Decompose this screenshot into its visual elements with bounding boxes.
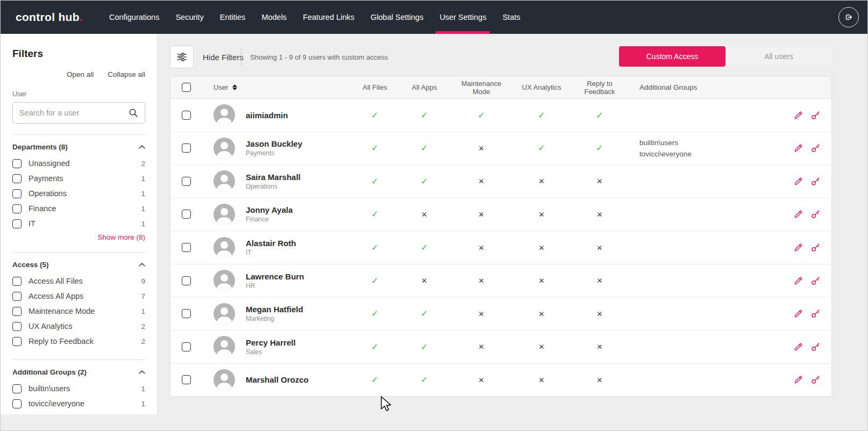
filter-checkbox[interactable] xyxy=(12,292,22,301)
cell-all-files: ✓ xyxy=(351,110,399,120)
user-name: Saira Marshall xyxy=(246,173,301,182)
edit-user-button[interactable] xyxy=(793,176,803,186)
edit-user-button[interactable] xyxy=(793,308,803,319)
filter-item[interactable]: Access All Apps 7 xyxy=(12,289,145,304)
edit-user-button[interactable] xyxy=(793,242,803,253)
filter-item-count: 2 xyxy=(141,322,145,331)
filter-checkbox[interactable] xyxy=(12,219,22,228)
show-more-link[interactable]: Show more (8) xyxy=(12,233,145,241)
permissions-button[interactable] xyxy=(810,110,821,120)
check-icon: ✓ xyxy=(421,308,428,319)
cross-icon: ✕ xyxy=(478,276,484,285)
filter-item[interactable]: Operations 1 xyxy=(12,186,145,201)
row-checkbox[interactable] xyxy=(182,243,191,252)
filter-item[interactable]: IT 1 xyxy=(12,216,145,231)
filter-checkbox[interactable] xyxy=(12,307,22,316)
view-toggle: Custom Access All users xyxy=(619,46,832,67)
all-users-tab[interactable]: All users xyxy=(725,46,832,67)
edit-user-button[interactable] xyxy=(793,342,803,352)
row-checkbox[interactable] xyxy=(182,111,191,120)
filter-item[interactable]: UX Analytics 2 xyxy=(12,319,145,334)
edit-user-button[interactable] xyxy=(793,276,803,286)
permissions-button[interactable] xyxy=(810,143,821,153)
sort-icon[interactable] xyxy=(232,84,237,90)
filter-section-header[interactable]: Additional Groups (2) xyxy=(12,368,145,376)
row-checkbox[interactable] xyxy=(182,375,191,384)
nav-item-entities[interactable]: Entities xyxy=(212,1,254,34)
key-icon xyxy=(810,276,821,286)
filter-item[interactable]: Finance 1 xyxy=(12,201,145,216)
user-search-input[interactable] xyxy=(19,109,129,117)
logout-icon xyxy=(843,12,854,23)
permissions-button[interactable] xyxy=(810,209,821,219)
nav-item-stats[interactable]: Stats xyxy=(494,1,528,34)
permissions-button[interactable] xyxy=(810,308,821,319)
edit-user-button[interactable] xyxy=(793,375,803,385)
filter-checkbox[interactable] xyxy=(12,277,22,286)
filter-item-count: 9 xyxy=(141,277,145,285)
nav-item-models[interactable]: Models xyxy=(253,1,295,34)
filter-checkbox[interactable] xyxy=(12,159,22,168)
column-user[interactable]: User xyxy=(214,83,228,91)
row-checkbox[interactable] xyxy=(182,309,191,318)
nav-item-configurations[interactable]: Configurations xyxy=(101,1,168,34)
cell-maintenance-mode: ✕ xyxy=(450,210,513,219)
permissions-button[interactable] xyxy=(810,242,821,253)
user-name: Jason Buckley xyxy=(246,139,302,148)
select-all-checkbox[interactable] xyxy=(182,83,191,92)
filter-checkbox[interactable] xyxy=(12,337,22,346)
key-icon xyxy=(810,242,821,253)
permissions-button[interactable] xyxy=(810,176,821,186)
filter-item[interactable]: Reply to Feedback 2 xyxy=(12,334,145,349)
edit-user-button[interactable] xyxy=(793,209,803,219)
row-checkbox[interactable] xyxy=(182,276,191,285)
filter-item[interactable]: Payments 1 xyxy=(12,171,145,186)
nav-item-featured-links[interactable]: Featured Links xyxy=(295,1,362,34)
check-icon: ✓ xyxy=(371,242,378,253)
open-all-link[interactable]: Open all xyxy=(67,70,94,78)
filter-item[interactable]: builtin\users 1 xyxy=(12,381,145,396)
nav-item-security[interactable]: Security xyxy=(167,1,211,34)
filters-title: Filters xyxy=(12,48,145,60)
filter-item[interactable]: Maintenance Mode 1 xyxy=(12,304,145,319)
filter-item[interactable]: Unassigned 2 xyxy=(12,156,145,171)
hide-filters-label[interactable]: Hide Filters xyxy=(203,46,244,68)
filter-checkbox[interactable] xyxy=(12,204,22,213)
chevron-up-icon[interactable] xyxy=(139,145,145,149)
filter-checkbox[interactable] xyxy=(12,399,22,408)
user-name: Lawrence Burn xyxy=(246,272,304,281)
row-checkbox[interactable] xyxy=(182,143,191,153)
row-checkbox[interactable] xyxy=(182,210,191,219)
check-icon: ✓ xyxy=(371,375,378,385)
permissions-button[interactable] xyxy=(810,276,821,286)
filter-checkbox[interactable] xyxy=(12,174,22,183)
permissions-button[interactable] xyxy=(810,342,821,352)
edit-user-button[interactable] xyxy=(793,110,803,120)
row-checkbox[interactable] xyxy=(182,177,191,186)
logout-button[interactable] xyxy=(838,7,859,27)
nav-item-label: Entities xyxy=(220,13,246,21)
toggle-filters-button[interactable] xyxy=(170,46,194,68)
filter-checkbox[interactable] xyxy=(12,189,22,198)
permissions-button[interactable] xyxy=(810,375,821,385)
collapse-all-link[interactable]: Collapse all xyxy=(108,70,145,78)
filter-checkbox[interactable] xyxy=(12,322,22,331)
cell-reply-to-feedback: ✕ xyxy=(570,243,629,252)
custom-access-tab[interactable]: Custom Access xyxy=(619,46,725,67)
filter-checkbox[interactable] xyxy=(12,384,22,393)
column-ux-analytics: UX Analytics xyxy=(513,83,570,91)
filter-item[interactable]: Access All Files 9 xyxy=(12,274,145,289)
filter-section-header[interactable]: Departments (8) xyxy=(12,143,145,151)
nav-item-user-settings[interactable]: User Settings xyxy=(431,1,494,34)
nav-item-global-settings[interactable]: Global Settings xyxy=(362,1,431,34)
row-checkbox[interactable] xyxy=(182,342,191,351)
filter-item[interactable]: tovicci\everyone 1 xyxy=(12,396,145,411)
edit-user-button[interactable] xyxy=(793,143,803,153)
filter-section-header[interactable]: Access (5) xyxy=(12,261,145,269)
chevron-up-icon[interactable] xyxy=(139,263,145,267)
mouse-cursor xyxy=(380,396,394,412)
filter-item-count: 1 xyxy=(141,205,145,213)
search-icon[interactable] xyxy=(129,108,138,118)
chevron-up-icon[interactable] xyxy=(139,370,145,374)
pencil-icon xyxy=(793,276,803,286)
